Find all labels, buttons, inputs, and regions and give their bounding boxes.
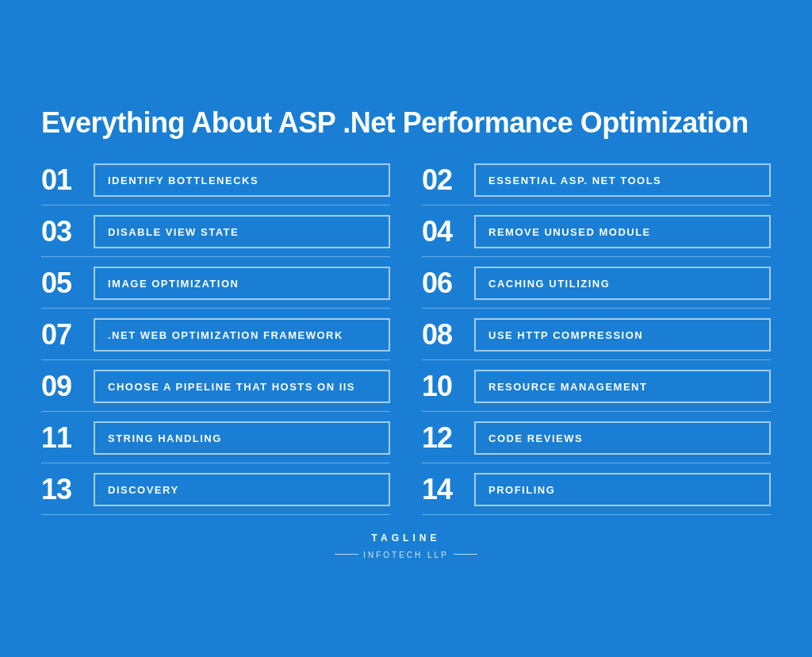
list-item: 03 DISABLE VIEW STATE (41, 215, 390, 257)
item-number: 03 (41, 215, 82, 248)
page-container: Everything About ASP .Net Performance Op… (25, 83, 787, 575)
list-item: 13 DISCOVERY (41, 473, 390, 515)
item-label-box: .NET WEB OPTIMIZATION FRAMEWORK (94, 318, 390, 352)
item-label-box: DISCOVERY (94, 473, 390, 506)
list-item: 01 IDENTIFY BOTTLENECKS (41, 163, 390, 206)
item-number: 14 (422, 473, 463, 506)
item-number: 07 (41, 318, 82, 352)
item-number: 09 (41, 370, 82, 403)
list-item: 04 REMOVE UNUSED MODULE (422, 215, 771, 257)
item-label: IMAGE OPTIMIZATION (108, 278, 239, 290)
item-number: 04 (422, 215, 463, 248)
item-label-box: IDENTIFY BOTTLENECKS (94, 163, 390, 197)
item-number: 06 (422, 267, 463, 300)
item-label-box: CHOOSE A PIPELINE THAT HOSTS ON IIS (94, 370, 390, 403)
item-label: PROFILING (488, 484, 555, 496)
list-item: 14 PROFILING (422, 473, 771, 515)
list-item: 08 USE HTTP COMPRESSION (422, 318, 771, 360)
list-item: 12 CODE REVIEWS (422, 421, 771, 463)
list-item: 05 IMAGE OPTIMIZATION (41, 267, 390, 309)
item-number: 05 (41, 267, 82, 300)
item-number: 10 (422, 370, 463, 403)
list-item: 02 ESSENTIAL ASP. NET TOOLS (422, 163, 771, 206)
item-label: CODE REVIEWS (488, 432, 583, 444)
item-label-box: CODE REVIEWS (474, 421, 771, 455)
item-label: RESOURCE MANAGEMENT (488, 381, 647, 393)
list-item: 11 STRING HANDLING (41, 421, 390, 463)
list-item: 09 CHOOSE A PIPELINE THAT HOSTS ON IIS (41, 370, 390, 412)
item-label: REMOVE UNUSED MODULE (488, 226, 651, 238)
item-label: IDENTIFY BOTTLENECKS (108, 175, 259, 186)
item-label: USE HTTP COMPRESSION (488, 329, 643, 341)
items-grid: 01 IDENTIFY BOTTLENECKS 02 ESSENTIAL ASP… (41, 163, 771, 515)
item-number: 02 (422, 163, 463, 197)
item-label: CACHING UTILIZING (488, 278, 610, 290)
item-label-box: PROFILING (474, 473, 771, 506)
footer: TAGLINE INFOTECH LLP (41, 532, 771, 559)
item-label: DISABLE VIEW STATE (108, 226, 239, 238)
item-label-box: RESOURCE MANAGEMENT (474, 370, 771, 403)
list-item: 07 .NET WEB OPTIMIZATION FRAMEWORK (41, 318, 390, 360)
item-label-box: DISABLE VIEW STATE (94, 215, 390, 248)
footer-sub: INFOTECH LLP (363, 551, 449, 559)
item-label: CHOOSE A PIPELINE THAT HOSTS ON IIS (108, 381, 355, 393)
item-label: ESSENTIAL ASP. NET TOOLS (488, 175, 661, 186)
list-item: 10 RESOURCE MANAGEMENT (422, 370, 771, 412)
item-label-box: CACHING UTILIZING (474, 267, 771, 300)
item-number: 11 (41, 421, 82, 455)
item-number: 12 (422, 421, 463, 455)
item-number: 01 (41, 163, 82, 197)
item-label: STRING HANDLING (108, 432, 222, 444)
list-item: 06 CACHING UTILIZING (422, 267, 771, 309)
item-label-box: ESSENTIAL ASP. NET TOOLS (474, 163, 771, 197)
item-label-box: STRING HANDLING (94, 421, 390, 455)
item-label-box: IMAGE OPTIMIZATION (94, 267, 390, 300)
item-number: 08 (422, 318, 463, 352)
item-number: 13 (41, 473, 82, 506)
item-label-box: USE HTTP COMPRESSION (474, 318, 771, 352)
item-label: .NET WEB OPTIMIZATION FRAMEWORK (108, 329, 343, 341)
item-label-box: REMOVE UNUSED MODULE (474, 215, 771, 248)
footer-brand: TAGLINE (41, 532, 771, 544)
page-title: Everything About ASP .Net Performance Op… (41, 106, 771, 140)
item-label: DISCOVERY (108, 484, 179, 496)
